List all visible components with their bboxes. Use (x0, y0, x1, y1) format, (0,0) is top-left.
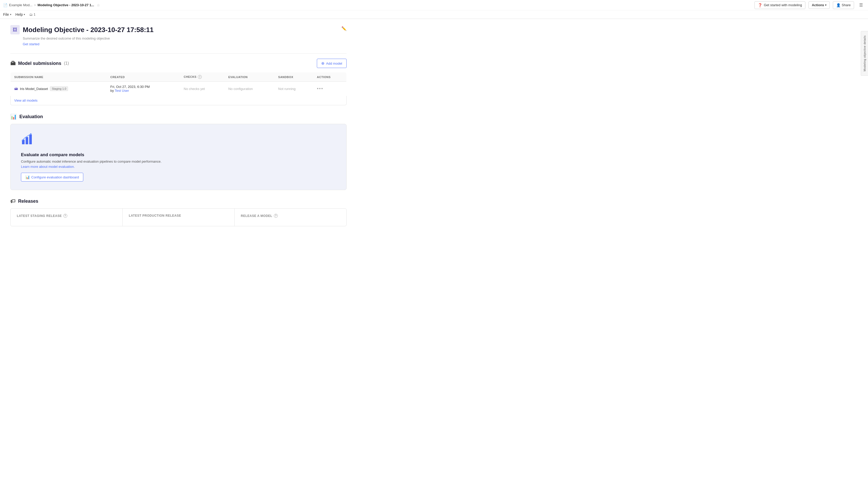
releases-icon: 🏷 (10, 198, 15, 204)
eval-card-title: Evaluate and compare models (21, 152, 336, 157)
created-cell: Fri, Oct 27, 2023, 6:30 PM by Test User (106, 82, 180, 96)
model-tag: Staging 1.0 (50, 86, 68, 91)
pages-doc-icon: 🗂 (29, 13, 33, 16)
releases-card: Latest staging release ? Latest producti… (10, 208, 347, 226)
sandbox-value: Not running (278, 87, 296, 91)
submissions-table: Submission Name Created Checks i Evaluat… (10, 72, 347, 96)
help-menu[interactable]: Help ▾ (15, 12, 25, 16)
releases-title: 🏷 Releases (10, 198, 38, 204)
page-header: 🖼 Modeling Objective - 2023-10-27 17:58:… (10, 25, 347, 35)
model-name-wrapper: 🏔 Iris Model_Dataset Staging 1.0 (14, 86, 103, 91)
releases-section: 🏷 Releases Latest staging release ? Late… (10, 198, 347, 226)
nav-bottom-row: File ▾ Help ▾ 🗂 1 (0, 10, 868, 18)
help-menu-chevron: ▾ (24, 13, 25, 16)
file-menu[interactable]: File ▾ (3, 12, 11, 16)
get-started-button[interactable]: ❓ Get started with modeling (754, 1, 805, 9)
evaluation-header: 📊 Evaluation (10, 114, 347, 120)
breadcrumb-doc-icon: 📄 (3, 3, 8, 7)
latest-production-title: Latest production release (129, 214, 228, 218)
col-checks: Checks i (180, 73, 224, 82)
configure-evaluation-button[interactable]: 📊 Configure evaluation dashboard (21, 173, 83, 182)
edit-pencil-icon[interactable]: ✏️ (341, 26, 347, 31)
col-sandbox: Sandbox (275, 73, 313, 82)
evaluation-cell: No configuration (225, 82, 275, 96)
table-row: 🏔 Iris Model_Dataset Staging 1.0 Fri, Oc… (11, 82, 347, 96)
evaluation-title: 📊 Evaluation (10, 114, 43, 120)
model-submissions-icon: 🏔 (10, 61, 15, 66)
col-created: Created (106, 73, 180, 82)
created-date: Fri, Oct 27, 2023, 6:30 PM (110, 85, 177, 89)
get-started-link[interactable]: Get started (23, 42, 39, 46)
share-button[interactable]: 👤 Share (833, 1, 854, 9)
actions-dropdown-button[interactable]: Actions ▾ (808, 1, 830, 9)
checks-info-icon[interactable]: i (198, 75, 202, 79)
svg-rect-2 (29, 134, 32, 144)
side-panel-tab[interactable]: Modeling objective details (861, 31, 868, 76)
eval-learn-more-link[interactable]: Learn more about model evaluation. (21, 165, 75, 169)
table-header-row: Submission Name Created Checks i Evaluat… (11, 73, 347, 82)
model-submissions-section: 🏔 Model submissions (1) ⊕ Add model Subm… (10, 59, 347, 105)
panel-icon: ☰ (859, 3, 863, 8)
svg-point-3 (30, 133, 31, 135)
model-submissions-title: 🏔 Model submissions (1) (10, 61, 69, 66)
add-model-button[interactable]: ⊕ Add model (317, 59, 347, 68)
model-submissions-header: 🏔 Model submissions (1) ⊕ Add model (10, 59, 347, 68)
breadcrumb-current: Modeling Objective - 2023-10-27 1... (38, 3, 94, 7)
created-by: by Test User (110, 89, 177, 93)
main-content: 🖼 Modeling Objective - 2023-10-27 17:58:… (0, 19, 357, 241)
configure-icon: 📊 (25, 175, 30, 179)
breadcrumb-parent[interactable]: Example Mod... (9, 3, 32, 7)
page-type-icon: 🖼 (10, 25, 20, 35)
sandbox-cell: Not running (275, 82, 313, 96)
checks-cell: No checks yet (180, 82, 224, 96)
side-tab-label: Modeling objective details (863, 36, 866, 71)
col-submission-name: Submission Name (11, 73, 107, 82)
nav-top-row: 📄 Example Mod... > Modeling Objective - … (0, 0, 868, 10)
latest-staging-title: Latest staging release ? (17, 214, 116, 218)
model-name-text[interactable]: Iris Model_Dataset (20, 87, 48, 91)
nav-right-actions: ❓ Get started with modeling Actions ▾ 👤 … (754, 1, 865, 9)
created-by-user-link[interactable]: Test User (115, 89, 129, 93)
evaluation-value: No configuration (229, 87, 253, 91)
evaluation-section: 📊 Evaluation Evaluate and compare models… (10, 114, 347, 190)
svg-rect-1 (26, 137, 28, 144)
release-a-model-col: Release a Model ? (235, 209, 346, 226)
pages-indicator: 🗂 1 (29, 13, 36, 16)
latest-staging-col: Latest staging release ? (11, 209, 122, 226)
eval-card-desc: Configure automatic model inference and … (21, 159, 336, 163)
col-actions: Actions (313, 73, 346, 82)
evaluation-card: Evaluate and compare models Configure au… (10, 124, 347, 190)
releases-card-inner: Latest staging release ? Latest producti… (11, 209, 346, 226)
question-circle-icon: ❓ (758, 3, 762, 7)
staging-info-icon[interactable]: ? (63, 214, 67, 218)
panel-toggle-button[interactable]: ☰ (857, 1, 865, 9)
model-submissions-count: (1) (64, 61, 69, 66)
breadcrumb-separator: > (34, 3, 36, 7)
eval-chart-icon (21, 132, 336, 148)
plus-circle-icon: ⊕ (321, 61, 325, 66)
model-row-icon: 🏔 (14, 87, 18, 91)
star-icon[interactable]: ☆ (97, 3, 100, 7)
col-evaluation: Evaluation (225, 73, 275, 82)
breadcrumb: 📄 Example Mod... > Modeling Objective - … (3, 3, 100, 7)
user-share-icon: 👤 (836, 3, 841, 7)
file-menu-chevron: ▾ (10, 13, 11, 16)
row-more-actions-icon[interactable]: ••• (317, 86, 323, 91)
checks-value: No checks yet (184, 87, 205, 91)
page-title: Modeling Objective - 2023-10-27 17:58:11 (23, 26, 154, 34)
latest-production-col: Latest production release (122, 209, 235, 226)
submission-name-cell: 🏔 Iris Model_Dataset Staging 1.0 (11, 82, 107, 96)
view-all-wrapper: View all models (10, 96, 347, 105)
evaluation-icon: 📊 (10, 114, 17, 120)
chevron-down-icon: ▾ (825, 4, 826, 6)
page-header-left: 🖼 Modeling Objective - 2023-10-27 17:58:… (10, 25, 154, 35)
navigation: 📄 Example Mod... > Modeling Objective - … (0, 0, 868, 19)
page-description: Summarize the desired outcome of this mo… (23, 37, 347, 40)
release-a-model-title: Release a Model ? (241, 214, 340, 218)
release-info-icon[interactable]: ? (274, 214, 278, 218)
view-all-models-link[interactable]: View all models (11, 96, 41, 105)
releases-header: 🏷 Releases (10, 198, 347, 204)
actions-cell: ••• (313, 82, 346, 96)
